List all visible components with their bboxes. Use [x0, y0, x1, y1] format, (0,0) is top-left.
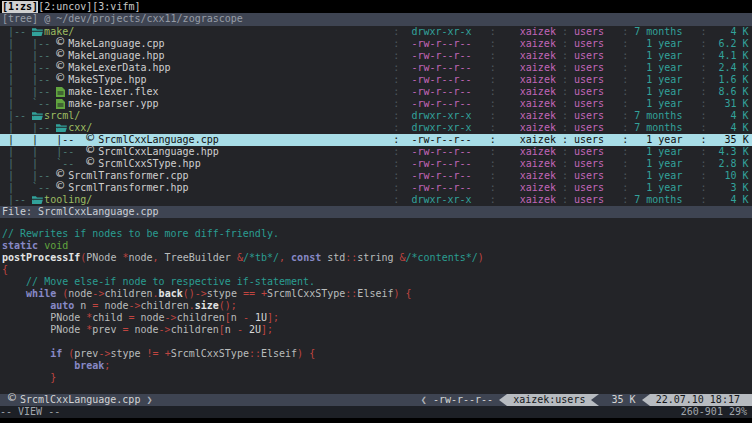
code-preview: // Rewrites if nodes to be more diff-fri…	[0, 228, 752, 394]
file-name: MakeLanguage.cpp	[68, 38, 164, 49]
code-line: // Rewrites if nodes to be more diff-fri…	[0, 228, 752, 240]
scroll-position: 260-901 29%	[681, 406, 747, 418]
tree-row[interactable]: |-- tooling/ : drwxr-xr-x : xaizek : use…	[0, 194, 752, 206]
tree-row[interactable]: | | |-- ©SrcmlCxxLanguage.cpp : -rw-r--r…	[0, 134, 752, 146]
code-line: postProcessIf(PNode *node, TreeBuilder &…	[0, 252, 752, 264]
cpp-icon: ©	[56, 182, 68, 194]
mode-bar: -- VIEW -- 260-901 29%	[0, 406, 752, 418]
code-line	[0, 336, 752, 348]
folder-icon	[56, 122, 68, 134]
code-line: auto n = node->children.size();	[0, 300, 752, 312]
status-size: 35 K	[599, 394, 641, 406]
code-line: while (node->children.back()->stype == +…	[0, 288, 752, 300]
tree-row[interactable]: |-- srcml/ : drwxr-xr-x : xaizek : users…	[0, 110, 752, 122]
tree-row[interactable]: | |-- ©MakeLexerData.hpp : -rw-r--r-- : …	[0, 62, 752, 74]
folder-icon	[32, 26, 44, 38]
file-tree: |-- make/ : drwxr-xr-x : xaizek : users …	[0, 26, 752, 206]
tree-row[interactable]: | |-- ©SrcmlTransformer.cpp : -rw-r--r--…	[0, 170, 752, 182]
powerline-separator-icon	[591, 394, 599, 406]
file-name: make-lexer.flex	[68, 86, 158, 97]
tree-row[interactable]: | | |-- ©SrcmlCxxLanguage.hpp : -rw-r--r…	[0, 146, 752, 158]
tree-row[interactable]: | `-- ©SrcmlTransformer.hpp : -rw-r--r--…	[0, 182, 752, 194]
file-name: tooling/	[44, 194, 92, 205]
folder-icon	[32, 194, 44, 206]
status-perms: -rw-r--r--	[427, 394, 499, 406]
file-name: SrcmlTransformer.cpp	[68, 170, 188, 181]
code-line: PNode *prev = node->children[n - 2U];	[0, 324, 752, 336]
code-line: PNode *child = node->children[n - 1U];	[0, 312, 752, 324]
file-banner: File: SrcmlCxxLanguage.cpp	[0, 206, 752, 218]
powerline-separator-icon	[499, 394, 507, 406]
folder-icon	[32, 110, 44, 122]
file-name: SrcmlCxxLanguage.hpp	[98, 146, 218, 157]
cpp-icon: ©	[56, 74, 68, 86]
code-line: break;	[0, 360, 752, 372]
path-bar: [tree] @ ~/dev/projects/cxx11/zograscope	[0, 13, 752, 26]
status-mtime: 22.07.10 18:17	[650, 394, 752, 406]
tree-row[interactable]: | |-- make-lexer.flex : -rw-r--r-- : xai…	[0, 86, 752, 98]
powerline-separator-icon	[642, 394, 650, 406]
file-name: srcml/	[44, 110, 80, 121]
code-line: {	[0, 264, 752, 276]
file-name: MakeLexerData.hpp	[68, 62, 170, 73]
status-owner-group: xaizek:users	[507, 394, 591, 406]
cpp-icon: ©	[86, 158, 98, 170]
bottom-strip	[0, 418, 752, 423]
code-line	[0, 384, 752, 394]
cpp-icon: ©	[8, 394, 20, 406]
file-name: MakeLanguage.hpp	[68, 50, 164, 61]
tree-row[interactable]: |-- make/ : drwxr-xr-x : xaizek : users …	[0, 26, 752, 38]
tmux-status-bar: [1:zs][2:uncov][3:vifm]	[0, 0, 752, 13]
code-line: }	[0, 372, 752, 384]
tree-row[interactable]: | |-- cxx/ : drwxr-xr-x : xaizek : users…	[0, 122, 752, 134]
file-name: MakeSType.hpp	[68, 74, 146, 85]
file-name: SrcmlTransformer.hpp	[68, 182, 188, 193]
code-line: // Move else-if node to respective if-st…	[0, 276, 752, 288]
file-name: SrcmlCxxSType.hpp	[98, 158, 200, 169]
file-name: make-parser.ypp	[68, 98, 158, 109]
tree-row[interactable]: | |-- ©MakeLanguage.cpp : -rw-r--r-- : x…	[0, 38, 752, 50]
code-line: if (prev->stype != +SrcmlCxxSType::Elsei…	[0, 348, 752, 360]
tmux-window-[1:zs][interactable]: [1:zs]	[2, 1, 38, 13]
tmux-window-[2:uncov][interactable]: [2:uncov]	[38, 1, 92, 13]
file-name: SrcmlCxxLanguage.cpp	[98, 134, 218, 145]
tmux-window-[3:vifm][interactable]: [3:vifm]	[92, 1, 140, 13]
vifm-screen: [1:zs][2:uncov][3:vifm] [tree] @ ~/dev/p…	[0, 0, 752, 423]
doc-icon	[56, 86, 68, 98]
doc-icon	[56, 98, 68, 110]
tree-row[interactable]: | | `-- ©SrcmlCxxSType.hpp : -rw-r--r-- …	[0, 158, 752, 170]
tree-row[interactable]: | |-- ©MakeSType.hpp : -rw-r--r-- : xaiz…	[0, 74, 752, 86]
code-line: static void	[0, 240, 752, 252]
status-bar: ©SrcmlCxxLanguage.cpp ❯ ❮ -rw-r--r-- xai…	[0, 394, 752, 406]
status-filename: SrcmlCxxLanguage.cpp	[20, 394, 140, 405]
tree-row[interactable]: | `-- make-parser.ypp : -rw-r--r-- : xai…	[0, 98, 752, 110]
blank-line	[0, 218, 752, 228]
mode-indicator: -- VIEW --	[0, 406, 60, 418]
tree-row[interactable]: | |-- ©MakeLanguage.hpp : -rw-r--r-- : x…	[0, 50, 752, 62]
